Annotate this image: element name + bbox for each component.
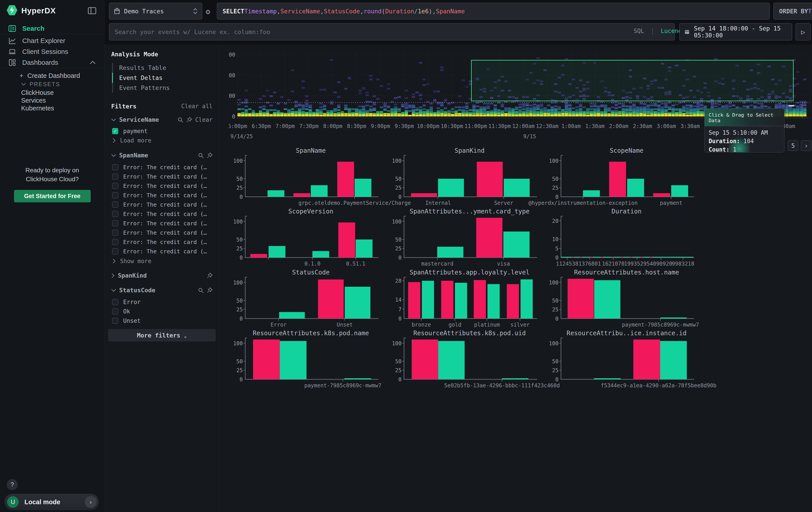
filter-option-label: payment	[123, 128, 148, 134]
pager-next-button[interactable]: ›	[801, 140, 812, 151]
checkbox[interactable]	[112, 164, 118, 170]
order-by-input[interactable]: ORDER BY Timestamp DESC	[773, 3, 812, 20]
sql-mode-label[interactable]: SQL	[634, 28, 644, 34]
search-input[interactable]	[109, 23, 675, 41]
filter-option-spanname-6[interactable]: Error: The credit card (…	[112, 219, 214, 228]
filter-option-spanname-2[interactable]: Error: The credit card (…	[112, 181, 214, 191]
svg-text:mastercard: mastercard	[421, 261, 454, 267]
lucene-mode-label[interactable]: Lucene	[661, 28, 682, 34]
checkbox[interactable]	[112, 299, 118, 305]
get-started-button[interactable]: Get Started for Free	[14, 190, 91, 203]
svg-text:10:30pm: 10:30pm	[441, 123, 463, 129]
analysis-mode-event-deltas[interactable]: Event Deltas	[112, 73, 210, 83]
pin-icon[interactable]	[207, 153, 212, 158]
svg-text:0: 0	[240, 255, 243, 261]
checkbox[interactable]	[112, 173, 118, 180]
filter-option-error[interactable]: Error	[112, 297, 212, 307]
checkbox[interactable]	[112, 211, 118, 217]
search-icon[interactable]	[198, 287, 204, 293]
load-more-button[interactable]: Load more	[112, 137, 151, 144]
date-range-picker[interactable]: Sep 14 18:00:00 - Sep 15 05:30:00	[679, 23, 792, 41]
search-icon[interactable]	[198, 153, 204, 158]
checkbox[interactable]	[112, 201, 118, 208]
local-mode-pill[interactable]: U Local mode ›	[4, 494, 99, 510]
pin-icon[interactable]	[207, 287, 212, 293]
sidebar-item-chart-explorer[interactable]: Chart Explorer	[0, 36, 105, 46]
filter-option-label: Error: The credit card (…	[123, 239, 207, 245]
preset-item-kubernetes[interactable]: Kubernetes	[0, 104, 105, 112]
section-statuscode[interactable]: StatusCode	[111, 287, 212, 294]
svg-text:3:30am: 3:30am	[680, 123, 700, 129]
filter-option-spanname-4[interactable]: Error: The credit card (…	[112, 200, 214, 209]
presets-toggle[interactable]: PRESETS	[0, 80, 105, 88]
hyperdx-logo-icon	[7, 5, 17, 16]
sidebar-item-client-sessions[interactable]: Client Sessions	[0, 47, 105, 57]
checkbox[interactable]	[112, 230, 118, 236]
mini-chart-spanattributes-app-loyalty-level: SpanAttributes.app.loyalty.level071428br…	[392, 269, 539, 327]
pin-icon[interactable]	[186, 117, 192, 123]
sidebar-item-search[interactable]: Search	[0, 23, 105, 34]
filter-option-spanname-7[interactable]: Error: The credit card (…	[112, 228, 214, 237]
mini-chart-title: ResourceAttributes.host.name	[558, 269, 695, 276]
filter-option-spanname-8[interactable]: Error: The credit card (…	[112, 237, 214, 247]
svg-text:50: 50	[236, 358, 243, 365]
tooltip-title: Click & Drag to Select Data	[705, 109, 784, 126]
sql-token: SpanName	[436, 8, 465, 15]
app-root: HyperDX Search Chart Explorer Client Ses…	[0, 0, 812, 512]
section-spankind[interactable]: SpanKind	[111, 272, 212, 279]
checkbox[interactable]	[112, 239, 118, 245]
pager-page-5-button[interactable]: 5	[788, 140, 799, 151]
checkbox[interactable]: ✓	[112, 128, 118, 134]
filter-option-label: Error: The credit card (…	[123, 220, 207, 226]
clear-all-button[interactable]: Clear all	[181, 103, 212, 110]
sql-token: ,	[320, 8, 324, 15]
analysis-mode-event-patterns[interactable]: Event Patterns	[112, 83, 210, 93]
filter-option-spanname-3[interactable]: Error: The credit card (…	[112, 191, 214, 200]
filter-option-payment[interactable]: ✓payment	[112, 127, 212, 136]
promo-line2: ClickHouse Cloud?	[6, 175, 98, 184]
source-select[interactable]: Demo Traces	[109, 3, 202, 20]
run-query-button[interactable]: ▷	[795, 23, 811, 41]
filter-option-spanname-9[interactable]: Error: The credit card (…	[112, 247, 214, 256]
chevron-down-icon	[21, 83, 26, 86]
svg-text:10: 10	[552, 236, 558, 242]
more-filters-button[interactable]: More filters ⌄	[108, 329, 216, 342]
clear-section-button[interactable]: Clear	[195, 116, 212, 123]
filter-option-label: Error: The credit card (…	[123, 183, 207, 189]
help-button[interactable]: ?	[7, 479, 18, 490]
sidebar-item-dashboards[interactable]: Dashboards	[0, 57, 105, 68]
filter-option-unset[interactable]: Unset	[112, 316, 212, 325]
checkbox[interactable]	[112, 183, 118, 189]
section-servicename[interactable]: ServiceName Clear	[111, 116, 212, 123]
checkbox[interactable]	[112, 248, 118, 254]
pin-icon[interactable]	[207, 273, 212, 278]
preset-item-clickhouse[interactable]: ClickHouse	[0, 89, 105, 97]
checkbox[interactable]	[112, 308, 118, 315]
sql-token: ,	[277, 8, 280, 15]
filter-option-spanname-0[interactable]: Error: The credit card (…	[112, 162, 214, 172]
sql-token: Duration	[385, 8, 414, 15]
checkbox[interactable]	[112, 318, 118, 324]
language-toggle[interactable]: SQL | Lucene	[634, 28, 682, 34]
search-icon[interactable]	[177, 117, 183, 123]
svg-text:5e02b5fb-13ae-4296-bbbc-111f42: 5e02b5fb-13ae-4296-bbbc-111f423c460d	[444, 382, 560, 389]
analysis-mode-results-table[interactable]: Results Table	[112, 63, 210, 73]
preset-item-services[interactable]: Services	[0, 97, 105, 104]
filter-option-spanname-1[interactable]: Error: The credit card (…	[112, 172, 214, 181]
filter-option-spanname-5[interactable]: Error: The credit card (…	[112, 209, 214, 219]
sql-token: )	[429, 8, 432, 15]
show-more-button[interactable]: Show more	[112, 258, 151, 265]
sql-token: Timestamp	[244, 8, 277, 15]
section-spanname[interactable]: SpanName	[111, 152, 212, 159]
filter-option-ok[interactable]: Ok	[112, 307, 212, 316]
mini-chart-svg: 0510201124538137680116210701993529540909…	[549, 215, 695, 267]
svg-text:7:30pm: 7:30pm	[299, 123, 319, 129]
gear-icon[interactable]: ⚙	[206, 7, 210, 16]
create-dashboard-button[interactable]: + Create Dashboard	[0, 72, 105, 80]
laptop-icon	[8, 48, 17, 55]
sidebar-collapse-icon[interactable]	[88, 7, 96, 14]
checkbox[interactable]	[112, 192, 118, 198]
sql-select-input[interactable]: SELECT Timestamp, ServiceName, StatusCod…	[217, 3, 770, 20]
checkbox[interactable]	[112, 220, 118, 226]
create-dashboard-label: Create Dashboard	[27, 72, 80, 79]
